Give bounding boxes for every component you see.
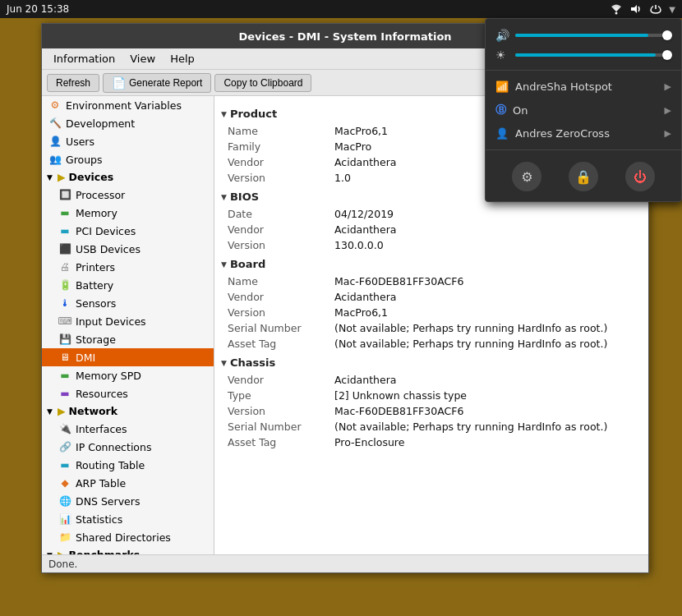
- sidebar-item-development[interactable]: 🔨Development: [42, 114, 214, 132]
- row-value: (Not available; Perhaps try running Hard…: [328, 336, 642, 352]
- sidebar-item-icon: 📁: [58, 531, 71, 544]
- sidebar-item-icon: 🔲: [58, 188, 71, 201]
- settings-action-button[interactable]: ⚙: [512, 162, 541, 191]
- row-key: Version: [221, 170, 328, 186]
- wifi-icon[interactable]: [610, 2, 623, 16]
- sidebar-item-shared-directories[interactable]: 📁Shared Directories: [42, 528, 214, 546]
- sidebar-item-icon: ◆: [58, 476, 71, 490]
- volume-slider-row: 🔊: [486, 25, 681, 45]
- sidebar-item-users[interactable]: 👤Users: [42, 132, 214, 150]
- table-row: VendorAcidanthera: [221, 372, 642, 388]
- row-key: Name: [221, 123, 328, 139]
- row-key: Date: [221, 206, 328, 222]
- category-icon: ▶: [58, 405, 66, 417]
- taskbar-arrow[interactable]: ▼: [669, 5, 675, 14]
- sidebar-item-environment-variables[interactable]: ⚙Environment Variables: [42, 96, 214, 114]
- sidebar-item-ip-connections[interactable]: 🔗IP Connections: [42, 438, 214, 456]
- sidebar-item-label: DNS Servers: [76, 495, 140, 508]
- category-label: Devices: [69, 171, 114, 183]
- sidebar-item-interfaces[interactable]: 🔌Interfaces: [42, 420, 214, 438]
- row-key: Name: [221, 274, 328, 289]
- row-value: Mac-F60DEB81FF30ACF6: [328, 403, 642, 419]
- user-item[interactable]: 👤 Andres ZeroCross ▶: [486, 122, 681, 145]
- divider-2: [486, 149, 681, 150]
- category-label: Benchmarks: [69, 549, 141, 554]
- sidebar-item-routing-table[interactable]: ▬Routing Table: [42, 456, 214, 474]
- user-chevron: ▶: [665, 128, 671, 139]
- sidebar-category-network[interactable]: ▼▶Network: [42, 402, 214, 420]
- sidebar-item-icon: ▬: [58, 224, 71, 237]
- menu-information[interactable]: Information: [47, 51, 122, 67]
- row-key: Type: [221, 388, 328, 403]
- menu-help[interactable]: Help: [164, 51, 201, 67]
- table-row: Version130.0.0.0: [221, 237, 642, 253]
- table-row: VersionMac-F60DEB81FF30ACF6: [221, 403, 642, 419]
- power-action-button[interactable]: ⏻: [625, 162, 655, 191]
- brightness-track[interactable]: [515, 53, 671, 57]
- divider-1: [486, 70, 681, 71]
- sidebar-item-icon: ⚙: [48, 99, 62, 112]
- row-key: Asset Tag: [221, 434, 328, 450]
- notification-popup: 🔊 ☀ 📶 AndreSha Hotspot ▶ Ⓑ On ▶ 👤 Andres: [485, 18, 682, 202]
- sidebar-item-storage[interactable]: 💾Storage: [42, 330, 214, 348]
- table-row: VersionMacPro6,1: [221, 305, 642, 320]
- taskbar-datetime: Jun 20 15:38: [7, 3, 69, 15]
- sidebar-item-arp-table[interactable]: ◆ARP Table: [42, 474, 214, 492]
- sidebar-item-icon: ▬: [58, 206, 71, 219]
- sidebar-item-usb-devices[interactable]: ⬛USB Devices: [42, 240, 214, 258]
- sidebar-item-memory-spd[interactable]: ▬Memory SPD: [42, 366, 214, 384]
- sidebar-item-icon: 🔗: [58, 440, 71, 453]
- sidebar-item-icon: ⬛: [58, 242, 71, 255]
- section-header-board: ▼Board: [221, 258, 642, 270]
- table-row: Serial Number(Not available; Perhaps try…: [221, 320, 642, 336]
- sidebar-category-benchmarks[interactable]: ▼▶Benchmarks: [42, 546, 214, 554]
- sidebar-item-battery[interactable]: 🔋Battery: [42, 276, 214, 294]
- data-table-board: NameMac-F60DEB81FF30ACF6VendorAcidanther…: [221, 274, 642, 352]
- sidebar-item-dmi[interactable]: 🖥DMI: [42, 348, 214, 366]
- sidebar-item-label: Sensors: [76, 297, 116, 310]
- power-icon[interactable]: [649, 2, 662, 16]
- sidebar-item-label: Memory: [76, 207, 118, 219]
- row-key: Version: [221, 305, 328, 320]
- category-triangle: ▼: [47, 173, 53, 182]
- section-triangle: ▼: [221, 110, 227, 118]
- sidebar-item-statistics[interactable]: 📊Statistics: [42, 510, 214, 528]
- sidebar-item-label: Resources: [76, 388, 128, 400]
- section-header-chassis: ▼Chassis: [221, 356, 642, 369]
- generate-report-button[interactable]: 📄 Generate Report: [103, 73, 211, 93]
- sidebar-item-groups[interactable]: 👥Groups: [42, 150, 214, 168]
- row-key: Asset Tag: [221, 336, 328, 352]
- section-triangle: ▼: [221, 193, 227, 201]
- status-text: Done.: [48, 559, 77, 570]
- lock-action-button[interactable]: 🔒: [569, 162, 598, 191]
- sidebar-item-pci-devices[interactable]: ▬PCI Devices: [42, 222, 214, 240]
- row-key: Serial Number: [221, 419, 328, 434]
- sidebar-item-label: Interfaces: [76, 423, 127, 435]
- sidebar-item-input-devices[interactable]: ⌨Input Devices: [42, 312, 214, 330]
- sidebar-item-memory[interactable]: ▬Memory: [42, 204, 214, 222]
- sidebar-item-label: Groups: [66, 154, 103, 166]
- sidebar-item-printers[interactable]: 🖨Printers: [42, 258, 214, 276]
- refresh-button[interactable]: Refresh: [47, 74, 99, 92]
- sidebar-item-label: DMI: [76, 352, 95, 364]
- sidebar-item-resources[interactable]: ▬Resources: [42, 384, 214, 402]
- sidebar-category-devices[interactable]: ▼▶Devices: [42, 168, 214, 186]
- table-row: Asset Tag(Not available; Perhaps try run…: [221, 336, 642, 352]
- network-hotspot-item[interactable]: 📶 AndreSha Hotspot ▶: [486, 76, 681, 98]
- hotspot-label: AndreSha Hotspot: [515, 80, 612, 93]
- volume-track[interactable]: [515, 34, 671, 37]
- sidebar-item-dns-servers[interactable]: 🌐DNS Servers: [42, 492, 214, 510]
- row-value: Acidanthera: [328, 222, 642, 237]
- menu-view[interactable]: View: [123, 51, 162, 67]
- bluetooth-item[interactable]: Ⓑ On ▶: [486, 98, 681, 122]
- section-triangle: ▼: [221, 260, 227, 269]
- section-title: Product: [230, 108, 277, 120]
- user-icon: 👤: [495, 127, 509, 140]
- sidebar-item-icon: 🌡: [58, 297, 71, 310]
- sidebar-item-sensors[interactable]: 🌡Sensors: [42, 294, 214, 312]
- sidebar-item-label: Environment Variables: [66, 99, 182, 112]
- copy-clipboard-button[interactable]: Copy to Clipboard: [214, 74, 311, 92]
- sidebar-item-label: Users: [66, 136, 94, 148]
- sidebar-item-processor[interactable]: 🔲Processor: [42, 186, 214, 204]
- volume-icon[interactable]: [629, 2, 643, 16]
